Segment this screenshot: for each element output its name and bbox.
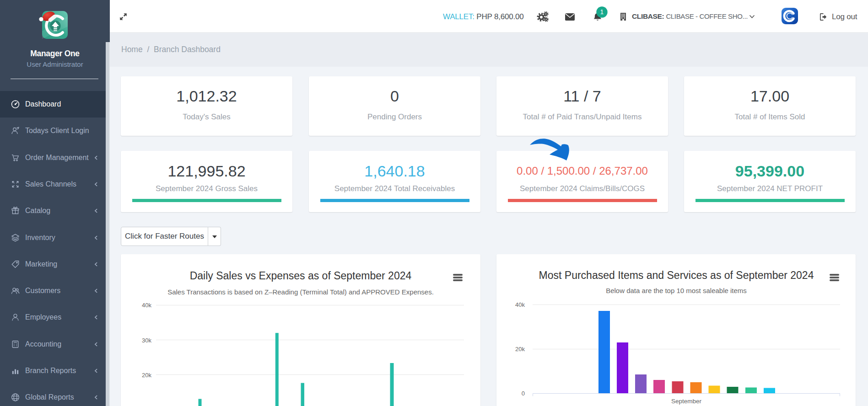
svg-text:40k: 40k (142, 302, 151, 309)
svg-text:20k: 20k (515, 346, 525, 353)
svg-text:40k: 40k (515, 301, 525, 308)
svg-text:Daily Sales vs Expenses as of: Daily Sales vs Expenses as of September … (190, 270, 412, 282)
svg-text:Most Purchased Items and Servi: Most Purchased Items and Services as of … (539, 269, 814, 281)
svg-text:1: 1 (600, 8, 604, 16)
svg-text:0: 0 (522, 390, 525, 397)
svg-text:20k: 20k (142, 372, 151, 379)
svg-text:Below data are the top 10 most: Below data are the top 10 most saleable … (606, 287, 747, 294)
svg-text:September: September (671, 398, 702, 405)
svg-text:30k: 30k (142, 337, 151, 344)
svg-text:Sales Transactions is based on: Sales Transactions is based on Z–Reading… (167, 288, 434, 296)
